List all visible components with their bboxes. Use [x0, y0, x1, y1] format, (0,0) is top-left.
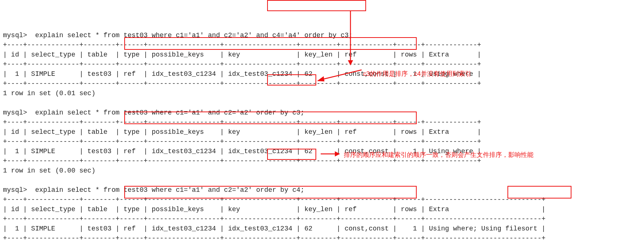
result-footer-2: 1 row in set (0.00 sec)	[3, 167, 95, 174]
highlight-box-row1	[124, 37, 417, 50]
mysql-prompt: mysql>	[3, 32, 31, 39]
arrow-right-icon	[321, 150, 340, 158]
table-row-3: | 1 | SIMPLE | test03 |	[3, 225, 124, 232]
table-border: +----+-------------+--------+------+----…	[3, 80, 481, 87]
svg-marker-1	[348, 60, 353, 65]
svg-marker-5	[335, 151, 340, 157]
table-row-1: | 1 | SIMPLE | test03 |	[3, 70, 124, 78]
svg-line-2	[321, 70, 362, 80]
svg-marker-3	[317, 76, 324, 81]
highlight-box-row3	[124, 186, 417, 199]
table-header-1: | id | select_type | table | type | poss…	[3, 51, 481, 58]
row-highlight-3: ref | idx_test03_c1234 | idx_test03_c123…	[124, 225, 389, 232]
table-header-3: | id | select_type | table | type | poss…	[3, 206, 545, 213]
table-border: +----+-------------+--------+------+----…	[3, 215, 545, 223]
filesort-highlight: Using filesort	[481, 225, 537, 232]
table-header-2: | id | select_type | table | type | poss…	[3, 128, 481, 136]
mysql-prompt: mysql>	[3, 186, 31, 194]
table-border: +----+-------------+--------+------+----…	[3, 138, 481, 145]
table-border: +----+-------------+--------+------+----…	[3, 235, 545, 242]
arrow-down-icon	[347, 10, 354, 65]
highlight-box-sql3	[267, 149, 316, 160]
annotation-2: 排序的顺序应和建索引的顺序一致，否则会产生文件排序，影响性能	[344, 150, 534, 160]
highlight-box-sql2	[267, 74, 316, 85]
highlight-box-sql1	[267, 0, 366, 11]
highlight-box-filesort	[507, 186, 571, 199]
result-footer-1: 1 row in set (0.01 sec)	[3, 90, 95, 97]
highlight-box-row2	[124, 112, 417, 124]
table-border: +----+-------------+--------+------+----…	[3, 61, 481, 68]
mysql-prompt: mysql>	[3, 109, 31, 116]
terminal-output: mysql> explain select * from test03 wher…	[3, 32, 545, 242]
table-row-2: | 1 | SIMPLE | test03 |	[3, 148, 124, 155]
arrow-left-icon	[317, 67, 362, 82]
annotation-1: c3的作用是排序，c4并没有使用到索引	[363, 69, 471, 79]
